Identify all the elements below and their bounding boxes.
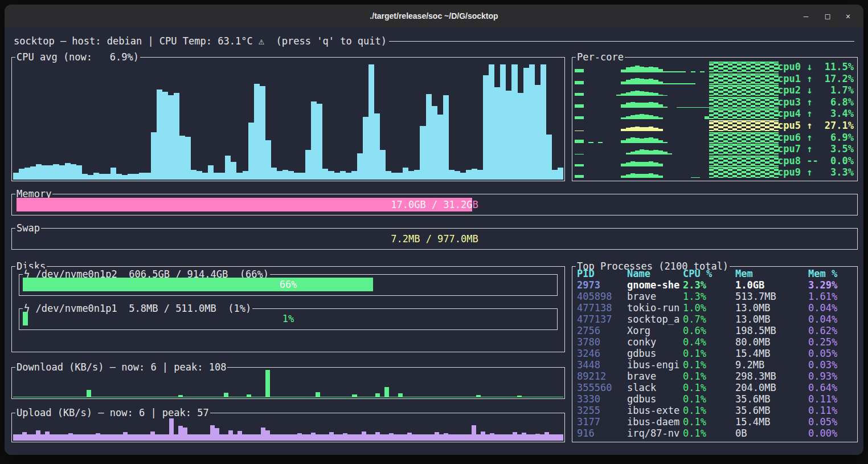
- chart-bar: [18, 397, 22, 397]
- process-row[interactable]: 477138tokio-run1.0%13.0MB0.04%: [572, 302, 857, 314]
- chart-bar: [137, 397, 141, 397]
- chart-bar: [681, 71, 686, 72]
- chart-bar: [760, 120, 765, 131]
- chart-bar: [742, 97, 746, 108]
- process-row[interactable]: 3255ibus-exte0.1%35.6MB0.11%: [572, 405, 857, 416]
- close-button[interactable]: ✕: [838, 5, 858, 27]
- process-pid: 916: [577, 428, 627, 439]
- chart-bar: [19, 169, 24, 180]
- chart-bar: [481, 397, 485, 397]
- chart-bar: [133, 174, 139, 180]
- chart-bar: [526, 434, 531, 441]
- process-row[interactable]: 3780conky0.4%80.0MB0.25%: [572, 336, 857, 348]
- chart-bar: [751, 120, 755, 131]
- chart-bar: [458, 434, 462, 441]
- chart-bar: [649, 137, 653, 143]
- chart-bar: [635, 103, 640, 108]
- column-header[interactable]: Mem: [735, 268, 808, 279]
- chart-bar: [653, 116, 658, 119]
- minimize-button[interactable]: –: [796, 5, 816, 27]
- chart-bar: [366, 397, 371, 397]
- chart-bar: [653, 162, 658, 166]
- process-pid: 477138: [577, 302, 627, 314]
- chart-bar: [751, 85, 755, 96]
- chart-bar: [714, 144, 718, 154]
- chart-bar: [588, 142, 593, 143]
- chart-bar: [347, 397, 352, 397]
- chart-bar: [765, 167, 769, 178]
- chart-bar: [302, 434, 306, 441]
- chart-bar: [626, 67, 630, 72]
- process-pid: 3255: [577, 405, 627, 416]
- chart-bar: [635, 162, 640, 166]
- chart-bar: [251, 434, 256, 441]
- chart-bar: [718, 62, 723, 72]
- chart-bar: [640, 139, 644, 143]
- chart-bar: [732, 120, 737, 131]
- chart-bar: [769, 85, 774, 96]
- chart-bar: [279, 397, 284, 397]
- chart-bar: [644, 92, 649, 96]
- chart-bar: [575, 175, 579, 178]
- process-mem: 80.0MB: [735, 336, 808, 348]
- process-row[interactable]: 2756Xorg0.6%198.5MB0.62%: [572, 325, 857, 336]
- process-mem: 15.4MB: [735, 416, 808, 428]
- chart-bar: [265, 370, 270, 397]
- maximize-button[interactable]: □: [818, 5, 837, 27]
- process-row[interactable]: 3330gdbus0.1%35.6MB0.11%: [572, 393, 857, 405]
- chart-bar: [499, 434, 503, 441]
- process-name: gdbus: [627, 393, 683, 405]
- process-row[interactable]: 477137socktop_a0.7%13.0MB0.04%: [572, 314, 857, 325]
- core-sparkline: [575, 156, 779, 166]
- chart-bar: [174, 397, 178, 397]
- app-header: socktop — host: debian | CPU Temp: 63.1°…: [14, 35, 854, 47]
- chart-bar: [403, 168, 408, 180]
- chart-bar: [183, 397, 187, 397]
- process-row[interactable]: 916irq/87-nv0.1%0B0.00%: [572, 428, 857, 439]
- chart-bar: [723, 156, 728, 166]
- chart-bar: [686, 107, 690, 108]
- chart-bar: [653, 128, 658, 131]
- chart-bar: [672, 71, 677, 72]
- chart-bar: [183, 428, 187, 441]
- chart-bar: [22, 397, 27, 397]
- chart-bar: [214, 173, 219, 180]
- chart-bar: [640, 162, 644, 166]
- process-row[interactable]: 2973gnome-she2.3%1.0GB3.29%: [572, 279, 857, 291]
- chart-bar: [100, 434, 105, 441]
- process-row[interactable]: 3246gdbus0.1%15.4MB0.05%: [572, 348, 857, 359]
- column-header[interactable]: Name: [627, 268, 683, 279]
- chart-bar: [508, 397, 513, 397]
- chart-bar: [403, 434, 407, 441]
- column-header[interactable]: CPU %: [683, 268, 735, 279]
- chart-bar: [467, 434, 472, 441]
- chart-bar: [165, 434, 169, 441]
- process-mem: 15.4MB: [735, 348, 808, 359]
- process-row[interactable]: 3448ibus-engi0.1%9.2MB0.03%: [572, 359, 857, 371]
- chart-bar: [718, 108, 723, 119]
- chart-bar: [658, 176, 663, 178]
- process-row[interactable]: 405898brave1.3%513.7MB1.61%: [572, 291, 857, 302]
- chart-bar: [714, 132, 718, 143]
- column-header[interactable]: PID: [577, 268, 627, 279]
- chart-bar: [746, 108, 751, 119]
- process-row[interactable]: 89212brave0.1%298.3MB0.93%: [572, 371, 857, 382]
- chart-bar: [398, 434, 403, 441]
- chart-bar: [644, 174, 649, 178]
- column-header[interactable]: Mem %: [808, 268, 857, 279]
- chart-bar: [737, 62, 742, 72]
- chart-bar: [300, 173, 305, 180]
- process-row[interactable]: 3177ibus-daem0.1%15.4MB0.05%: [572, 416, 857, 428]
- chart-bar: [394, 434, 398, 441]
- process-cpu: 0.1%: [683, 348, 735, 359]
- process-row[interactable]: 355560slack0.1%204.0MB0.64%: [572, 382, 857, 393]
- chart-bar: [59, 434, 63, 441]
- chart-bar: [732, 132, 737, 143]
- chart-bar: [658, 104, 663, 107]
- memory-panel: Memory 17.0GB / 31.2GB 17.0GB / 31.2GB: [11, 194, 858, 215]
- memory-gauge: 17.0GB / 31.2GB 17.0GB / 31.2GB: [17, 198, 853, 211]
- window-titlebar[interactable]: ./target/release/soc ~/D/G/socktop – □ ✕: [5, 5, 863, 27]
- chart-bar: [425, 397, 430, 397]
- core-name-and-trend: cpu6 ↑: [777, 132, 812, 143]
- chart-bar: [559, 397, 563, 397]
